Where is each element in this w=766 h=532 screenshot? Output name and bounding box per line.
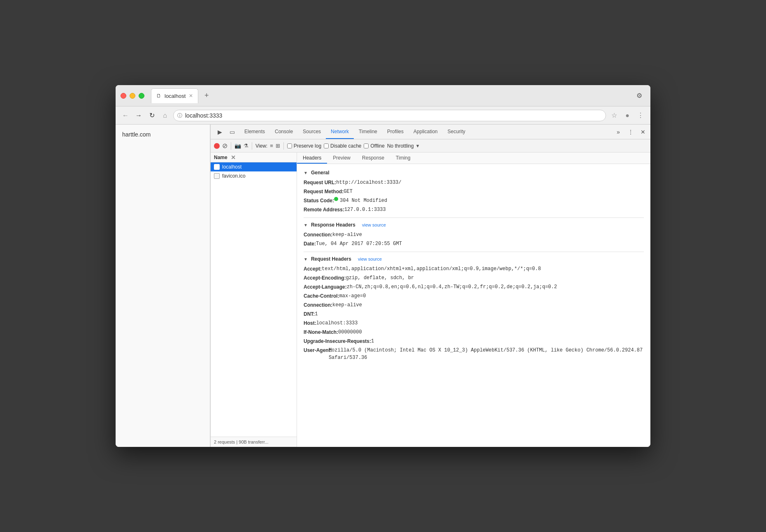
mobile-icon[interactable]: ▭ (226, 126, 238, 138)
status-code-key: Status Code: (304, 197, 334, 204)
devtools-tool-icons: ▶ ▭ (212, 126, 239, 138)
close-button[interactable] (121, 93, 126, 99)
tab-profiles[interactable]: Profiles (382, 125, 409, 139)
tab-timeline[interactable]: Timeline (354, 125, 382, 139)
headers-tab-preview[interactable]: Preview (327, 153, 356, 164)
headers-tab-timing[interactable]: Timing (390, 153, 416, 164)
tab-bar: 🗋 localhost ✕ + ⚙ (151, 88, 645, 103)
throttle-label: No throttling (387, 143, 414, 149)
headers-tab-headers[interactable]: Headers (297, 153, 327, 164)
chrome-menu-icon[interactable]: ⋮ (636, 111, 645, 119)
response-date-val: Tue, 04 Apr 2017 07:20:55 GMT (316, 240, 402, 247)
request-url-key: Request URL: (304, 179, 336, 186)
response-headers-toggle-icon[interactable]: ▼ (304, 223, 308, 227)
tab-security[interactable]: Security (443, 125, 470, 139)
minimize-button[interactable] (130, 93, 135, 99)
bookmark-icon[interactable]: ☆ (609, 111, 619, 119)
maximize-button[interactable] (139, 93, 144, 99)
screenshot-button[interactable]: 📷 (234, 143, 241, 149)
new-tab-icon: + (204, 91, 209, 100)
response-headers-view-source[interactable]: view source (362, 222, 386, 227)
req-encoding-val: gzip, deflate, sdch, br (346, 274, 414, 282)
file-list-name-header: Name (214, 155, 227, 160)
file-item-localhost[interactable]: localhost (211, 162, 297, 171)
req-upgrade-val: 1 (371, 338, 374, 345)
status-green-dot (334, 197, 338, 201)
tab-close-icon[interactable]: ✕ (189, 93, 193, 99)
tab-sources[interactable]: Sources (298, 125, 326, 139)
preserve-log-wrap: Preserve log (287, 143, 321, 149)
website-title: harttle.com (122, 131, 203, 138)
preserve-log-label: Preserve log (294, 143, 321, 149)
toolbar-separator-1 (231, 142, 231, 150)
view-label: View: (255, 143, 267, 149)
req-cache-val: max-age=0 (339, 292, 366, 300)
general-section-header: ▼ General (304, 170, 644, 176)
response-headers-section-header: ▼ Response Headers view source (304, 222, 644, 228)
offline-checkbox[interactable] (364, 143, 369, 148)
filter-button[interactable]: ⚗ (244, 143, 248, 149)
browser-tab[interactable]: 🗋 localhost ✕ (151, 88, 198, 103)
address-input[interactable]: localhost:3333 (173, 110, 606, 121)
remote-address-key: Remote Address: (304, 206, 344, 213)
req-upgrade-row: Upgrade-Insecure-Requests: 1 (304, 338, 644, 345)
file-list: Name ✕ localhost favicon.ico 2 requests … (211, 153, 297, 447)
tab-console[interactable]: Console (270, 125, 298, 139)
devtools-menu-icon[interactable]: ⋮ (625, 126, 636, 138)
request-headers-section-header: ▼ Request Headers view source (304, 256, 644, 262)
req-encoding-row: Accept-Encoding: gzip, deflate, sdch, br (304, 274, 644, 282)
req-dnt-val: 1 (315, 310, 318, 318)
req-connection-key: Connection: (304, 301, 332, 309)
new-tab-button[interactable]: + (200, 89, 213, 102)
title-bar: 🗋 localhost ✕ + ⚙ (116, 85, 650, 106)
req-useragent-row: User-Agent: Mozilla/5.0 (Macintosh; Inte… (304, 347, 644, 361)
req-language-val: zh-CN,zh;q=0.8,en;q=0.6,nl;q=0.4,zh-TW;q… (347, 283, 557, 291)
tab-network[interactable]: Network (326, 125, 354, 139)
list-view-icon[interactable]: ≡ (270, 143, 273, 149)
request-method-val: GET (344, 188, 353, 195)
preserve-log-checkbox[interactable] (287, 143, 292, 148)
req-encoding-key: Accept-Encoding: (304, 274, 346, 282)
response-headers-title: Response Headers (311, 222, 355, 228)
devtools-top-icon[interactable]: ⚙ (633, 90, 645, 102)
home-button[interactable]: ⌂ (160, 112, 170, 119)
throttle-dropdown-icon[interactable]: ▾ (416, 143, 419, 149)
status-code-row: Status Code: 304 Not Modified (304, 197, 644, 204)
tab-elements[interactable]: Elements (239, 125, 270, 139)
devtools-tabs: ▶ ▭ Elements Console Sources Network Tim… (211, 125, 650, 139)
req-cache-row: Cache-Control: max-age=0 (304, 292, 644, 300)
file-item-favicon[interactable]: favicon.ico (211, 171, 297, 180)
divider-1 (304, 217, 644, 218)
headers-tab-response[interactable]: Response (356, 153, 390, 164)
file-icon-favicon (214, 173, 220, 179)
forward-button[interactable]: → (134, 112, 144, 119)
req-useragent-val: Mozilla/5.0 (Macintosh; Intel Mac OS X 1… (329, 347, 644, 361)
tab-application[interactable]: Application (409, 125, 443, 139)
more-tabs-icon[interactable]: » (613, 126, 624, 138)
req-language-row: Accept-Language: zh-CN,zh;q=0.8,en;q=0.6… (304, 283, 644, 291)
request-headers-toggle-icon[interactable]: ▼ (304, 257, 308, 261)
file-list-header: Name ✕ (211, 153, 297, 162)
file-list-close-icon[interactable]: ✕ (231, 154, 236, 161)
tab-title: localhost (165, 93, 186, 99)
website-area: harttle.com (116, 125, 210, 447)
reload-button[interactable]: ↻ (147, 111, 157, 119)
extension-icon[interactable]: ● (622, 112, 632, 119)
devtools-close-icon[interactable]: ✕ (637, 126, 649, 138)
req-host-key: Host: (304, 319, 316, 327)
disable-cache-checkbox[interactable] (324, 143, 329, 148)
request-method-key: Request Method: (304, 188, 344, 195)
request-headers-view-source[interactable]: view source (358, 257, 382, 261)
request-method-row: Request Method: GET (304, 188, 644, 195)
back-button[interactable]: ← (121, 112, 130, 119)
record-button[interactable] (214, 143, 220, 149)
headers-tabs: Headers Preview Response Timing (297, 153, 650, 164)
file-list-status: 2 requests | 90B transferr... (211, 437, 297, 447)
group-view-icon[interactable]: ⊞ (276, 143, 280, 149)
general-section-title: General (311, 170, 330, 176)
general-toggle-icon[interactable]: ▼ (304, 171, 308, 175)
elements-cursor-icon[interactable]: ▶ (214, 126, 225, 138)
req-language-key: Accept-Language: (304, 283, 347, 291)
network-toolbar: ⊘ 📷 ⚗ View: ≡ ⊞ Preserve log Disable cac… (211, 139, 650, 153)
clear-button[interactable]: ⊘ (222, 143, 227, 149)
